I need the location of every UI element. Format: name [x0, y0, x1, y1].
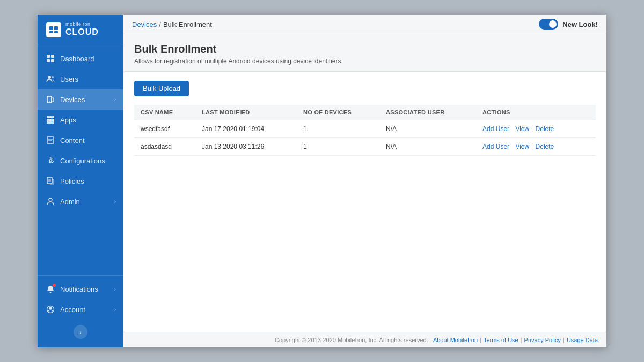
sidebar-item-label: Admin	[60, 198, 114, 206]
action-delete[interactable]: Delete	[536, 143, 554, 150]
sidebar-item-label: Users	[60, 75, 116, 83]
sidebar-item-content[interactable]: Content	[38, 130, 123, 150]
logo-product: CLOUD	[65, 27, 99, 37]
cell-actions: Add User View Delete	[476, 138, 596, 156]
sidebar-collapse-button[interactable]: ‹	[74, 325, 87, 339]
column-header-actions: ACTIONS	[476, 105, 596, 120]
sidebar-item-policies[interactable]: Policies	[38, 171, 123, 191]
cell-last-modified: Jan 17 2020 01:19:04	[195, 120, 297, 138]
footer-links: About MobileIron | Terms of Use | Privac…	[433, 337, 598, 343]
sidebar-item-label: Notifications	[60, 285, 114, 293]
sidebar-item-users[interactable]: Users	[38, 69, 123, 89]
chevron-right-icon: ›	[114, 199, 116, 205]
svg-point-8	[48, 76, 51, 79]
svg-rect-16	[47, 119, 49, 121]
action-delete[interactable]: Delete	[536, 125, 554, 133]
sidebar: mobileiron CLOUD Dashboard	[38, 15, 123, 347]
svg-rect-13	[47, 116, 49, 118]
new-look-switch[interactable]	[539, 19, 558, 30]
user-circle-icon	[45, 304, 56, 315]
svg-rect-26	[47, 177, 52, 184]
cell-no-of-devices: 1	[297, 120, 379, 138]
sidebar-logo: mobileiron CLOUD	[38, 15, 123, 45]
svg-rect-7	[51, 59, 54, 62]
people-icon	[45, 74, 56, 84]
page-header: Bulk Enrollment Allows for registration …	[123, 34, 606, 72]
svg-rect-18	[52, 119, 54, 121]
svg-rect-21	[52, 121, 54, 124]
svg-point-12	[49, 101, 50, 102]
content-area: Bulk Upload CSV NAME LAST MODIFIED NO OF…	[123, 72, 606, 332]
svg-rect-2	[49, 31, 53, 33]
sidebar-item-label: Content	[60, 136, 116, 144]
svg-rect-5	[51, 55, 54, 58]
sidebar-item-label: Apps	[60, 116, 116, 124]
content-icon	[45, 135, 56, 146]
sidebar-item-dashboard[interactable]: Dashboard	[38, 48, 123, 69]
footer-link-about[interactable]: About MobileIron	[433, 337, 478, 343]
new-look-toggle[interactable]: New Look!	[539, 19, 598, 30]
table-row: asdasdasd Jan 13 2020 03:11:26 1 N/A Add…	[134, 138, 596, 156]
sidebar-nav: Dashboard Users	[38, 45, 123, 275]
column-header-no-of-devices: NO OF DEVICES	[297, 105, 379, 120]
svg-point-25	[49, 160, 52, 162]
new-look-label: New Look!	[562, 20, 598, 28]
sidebar-item-admin[interactable]: Admin ›	[38, 191, 123, 212]
breadcrumb: Devices / Bulk Enrollment	[132, 20, 212, 28]
page-subtitle: Allows for registration of multiple Andr…	[134, 57, 596, 65]
table-header: CSV NAME LAST MODIFIED NO OF DEVICES ASS…	[134, 105, 596, 120]
column-header-associated-user: ASSOCIATED USER	[379, 105, 476, 120]
cell-actions: Add User View Delete	[476, 120, 596, 138]
chevron-right-icon: ›	[114, 97, 116, 103]
cell-associated-user: N/A	[379, 138, 476, 156]
svg-rect-1	[54, 26, 58, 30]
footer-copyright: Copyright © 2013-2020 MobileIron, Inc. A…	[275, 337, 428, 343]
cell-csv-name: asdasdasd	[134, 138, 195, 156]
device-icon	[45, 94, 56, 105]
column-header-csv-name: CSV NAME	[134, 105, 195, 120]
footer-link-terms[interactable]: Terms of Use	[484, 337, 518, 343]
grid-icon	[45, 53, 56, 64]
sidebar-item-label: Account	[60, 306, 114, 314]
footer: Copyright © 2013-2020 MobileIron, Inc. A…	[123, 332, 606, 347]
footer-link-privacy[interactable]: Privacy Policy	[524, 337, 561, 343]
chevron-right-icon: ›	[114, 307, 116, 313]
svg-point-9	[52, 76, 54, 78]
svg-rect-15	[52, 116, 54, 118]
table-row: wsedfasdf Jan 17 2020 01:19:04 1 N/A Add…	[134, 120, 596, 138]
bulk-upload-button[interactable]: Bulk Upload	[134, 81, 189, 96]
column-header-last-modified: LAST MODIFIED	[195, 105, 297, 120]
sidebar-item-account[interactable]: Account ›	[38, 299, 123, 320]
sidebar-item-notifications[interactable]: Notifications ›	[38, 279, 123, 299]
breadcrumb-current: Bulk Enrollment	[163, 20, 212, 28]
data-table: CSV NAME LAST MODIFIED NO OF DEVICES ASS…	[134, 105, 596, 156]
chevron-right-icon: ›	[114, 286, 116, 292]
sidebar-item-label: Devices	[60, 96, 114, 104]
table-body: wsedfasdf Jan 17 2020 01:19:04 1 N/A Add…	[134, 120, 596, 156]
svg-point-29	[49, 198, 52, 201]
action-view[interactable]: View	[515, 143, 529, 150]
bell-icon	[45, 284, 56, 294]
config-icon	[45, 155, 56, 166]
sidebar-bottom: Notifications › Account › ‹	[38, 275, 123, 347]
action-add-user[interactable]: Add User	[482, 125, 509, 133]
action-view[interactable]: View	[515, 125, 529, 133]
logo-brand: mobileiron	[65, 22, 99, 27]
footer-link-usage[interactable]: Usage Data	[567, 337, 598, 343]
svg-rect-0	[49, 26, 53, 30]
sidebar-item-label: Policies	[60, 177, 116, 185]
sidebar-item-apps[interactable]: Apps	[38, 110, 123, 130]
svg-rect-14	[49, 116, 52, 118]
svg-rect-11	[52, 98, 54, 102]
action-add-user[interactable]: Add User	[482, 143, 509, 150]
top-bar: Devices / Bulk Enrollment New Look!	[123, 15, 606, 34]
sidebar-item-label: Configurations	[60, 157, 116, 165]
main-content: Devices / Bulk Enrollment New Look! Bulk…	[123, 15, 606, 347]
cell-associated-user: N/A	[379, 120, 476, 138]
breadcrumb-parent-link[interactable]: Devices	[132, 20, 157, 28]
sidebar-item-devices[interactable]: Devices ›	[38, 89, 123, 110]
sidebar-item-configurations[interactable]: Configurations	[38, 150, 123, 171]
policy-icon	[45, 176, 56, 186]
svg-rect-20	[49, 121, 52, 124]
cell-last-modified: Jan 13 2020 03:11:26	[195, 138, 297, 156]
